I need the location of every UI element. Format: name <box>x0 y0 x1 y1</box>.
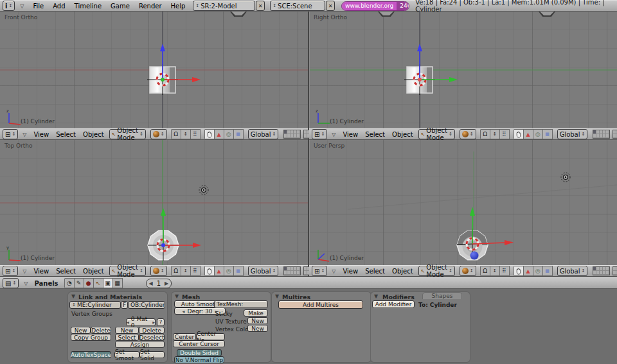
select-menu[interactable]: Select <box>56 268 76 275</box>
viewport-front[interactable]: Front Ortho z <box>0 12 308 128</box>
snap-icon[interactable]: ⠿ <box>500 129 510 139</box>
panel-title[interactable]: Modifiers <box>382 293 415 300</box>
panel-page-stepper[interactable]: ◀ 1 ▶ <box>146 279 172 288</box>
panels-label[interactable]: Panels <box>34 280 58 287</box>
panel-title[interactable]: Multires <box>282 293 310 300</box>
manipulator-hand-icon[interactable] <box>514 129 524 139</box>
uv-texture-new-button[interactable]: New <box>247 317 268 324</box>
view-menu[interactable]: View <box>33 268 49 275</box>
scale-manipulator-icon[interactable]: ■ <box>234 266 244 276</box>
panel-title[interactable]: Mesh <box>182 293 200 300</box>
vgroup-new-button[interactable]: New <box>71 327 91 334</box>
draw-mode-selector[interactable]: ↕ <box>150 129 167 139</box>
sticky-make-button[interactable]: Make <box>244 309 268 316</box>
step-right-icon[interactable]: ▶ <box>152 320 155 324</box>
viewport-right[interactable]: Right Ortho z <box>309 12 617 128</box>
panel-collapse-icon[interactable]: ▼ <box>374 293 378 299</box>
menu-help[interactable]: Help <box>171 3 186 10</box>
set-smooth-button[interactable]: Set Smoot <box>114 351 139 358</box>
scale-manipulator-icon[interactable]: ■ <box>234 129 244 139</box>
proportional-edit-icon[interactable]: Ω <box>481 266 490 276</box>
mode-selector[interactable]: ↖ Object Mode ↕ <box>418 266 455 276</box>
object-menu[interactable]: Object <box>83 268 104 275</box>
layer-cell[interactable] <box>297 271 300 275</box>
menu-render[interactable]: Render <box>139 3 162 10</box>
lamp-object[interactable] <box>199 186 208 195</box>
editor-type-selector[interactable]: ⊞ ↕ <box>312 129 327 139</box>
menu-collapse-icon[interactable]: ▽ <box>22 132 26 137</box>
scene-context-icon[interactable]: ▦ <box>113 278 123 288</box>
orientation-selector[interactable]: Global ↕ <box>557 266 588 276</box>
vgroup-delete-button[interactable]: Delete <box>91 327 111 334</box>
mode-selector[interactable]: ↖ Object Mode ↕ <box>109 266 146 276</box>
rotate-manipulator-icon[interactable]: ◎ <box>224 266 234 276</box>
orientation-selector[interactable]: Global ↕ <box>248 266 279 276</box>
select-button[interactable]: Select <box>115 334 139 341</box>
editor-type-selector[interactable]: ⊞ ↕ <box>3 266 18 276</box>
menu-collapse-icon[interactable]: ▽ <box>332 268 335 274</box>
add-modifier-button[interactable]: Add Modifier <box>372 300 415 308</box>
manipulator-hand-icon[interactable] <box>514 266 524 276</box>
vertex-color-new-button[interactable]: New <box>247 325 268 332</box>
editor-type-selector[interactable]: ▤ ↕ <box>3 278 19 288</box>
manipulator-hand-icon[interactable] <box>205 129 215 139</box>
proportional-edit-icon[interactable]: Ω <box>172 129 181 139</box>
copy-group-button[interactable]: Copy Group <box>71 334 111 341</box>
deselect-button[interactable]: Deselect <box>139 334 165 341</box>
draw-mode-selector[interactable]: ↕ <box>460 266 476 276</box>
select-menu[interactable]: Select <box>56 131 76 138</box>
object-menu[interactable]: Object <box>83 131 104 138</box>
material-help-button[interactable]: ? <box>157 318 165 326</box>
view-menu[interactable]: View <box>343 268 358 275</box>
layer-cell[interactable] <box>606 271 609 275</box>
scene-selector[interactable]: ↕ SCE:Scene <box>270 1 325 11</box>
center-new-button[interactable]: Center Ne <box>196 333 225 340</box>
tab-shapes[interactable]: Shapes <box>422 292 462 299</box>
object-name-field[interactable]: OB:Cylinder <box>128 301 165 309</box>
texmesh-field[interactable]: TexMesh: <box>214 300 268 308</box>
mode-selector[interactable]: ↖ Object Mode ↕ <box>418 129 455 139</box>
select-menu[interactable]: Select <box>365 268 385 275</box>
menu-timeline[interactable]: Timeline <box>75 3 102 10</box>
menu-add[interactable]: Add <box>53 3 65 10</box>
step-left-icon[interactable]: ◀ <box>183 309 185 313</box>
translate-manipulator-icon[interactable]: ▲ <box>215 266 224 276</box>
material-stepper[interactable]: ◀ 0 Mat 0 ▶ <box>126 318 156 326</box>
stepper-arrows-icon[interactable]: ↕ <box>490 129 500 139</box>
assign-button[interactable]: Assign <box>115 341 165 348</box>
step-right-icon[interactable]: ▶ <box>165 281 168 286</box>
center-cursor-button[interactable]: Center Cursor <box>173 340 225 347</box>
menu-collapse-icon[interactable]: ▽ <box>24 281 28 286</box>
material-delete-button[interactable]: Delete <box>139 327 165 334</box>
menu-file[interactable]: File <box>33 3 44 10</box>
object-context-icon[interactable]: ↖ <box>94 278 103 288</box>
manipulator-hand-icon[interactable] <box>205 266 215 276</box>
view-menu[interactable]: View <box>343 131 358 138</box>
editor-type-selector[interactable]: i ↕ <box>3 1 15 11</box>
proportional-edit-icon[interactable]: Ω <box>481 129 490 139</box>
menu-collapse-icon[interactable]: ▽ <box>20 3 24 9</box>
layer-cell[interactable] <box>297 134 300 138</box>
translate-manipulator-icon[interactable]: ▲ <box>524 266 533 276</box>
select-menu[interactable]: Select <box>365 131 385 138</box>
area-divider[interactable] <box>308 12 309 277</box>
rotate-manipulator-icon[interactable]: ◎ <box>533 266 543 276</box>
set-solid-button[interactable]: Set Solid <box>139 351 165 358</box>
orientation-selector[interactable]: Global ↕ <box>557 129 588 139</box>
translate-manipulator-icon[interactable]: ▲ <box>524 129 533 139</box>
view-menu[interactable]: View <box>33 131 49 138</box>
menu-collapse-icon[interactable]: ▽ <box>332 132 335 137</box>
logic-context-icon[interactable]: ◔ <box>65 278 75 288</box>
translate-manipulator-icon[interactable]: ▲ <box>215 129 224 139</box>
add-multires-button[interactable]: Add Multires <box>278 300 363 309</box>
snap-icon[interactable]: ⠿ <box>191 266 201 276</box>
snap-icon[interactable]: ⠿ <box>191 129 201 139</box>
scale-manipulator-icon[interactable]: ■ <box>543 266 553 276</box>
viewport-user[interactable]: User Persp <box>309 140 617 265</box>
rotate-manipulator-icon[interactable]: ◎ <box>533 129 543 139</box>
layer-cell[interactable] <box>606 134 609 138</box>
menu-collapse-icon[interactable]: ▽ <box>22 268 26 274</box>
object-menu[interactable]: Object <box>392 131 413 138</box>
stepper-arrows-icon[interactable]: ↕ <box>181 129 191 139</box>
mesh-datablock-field[interactable]: ↕ ME:Cylinder <box>69 301 121 309</box>
